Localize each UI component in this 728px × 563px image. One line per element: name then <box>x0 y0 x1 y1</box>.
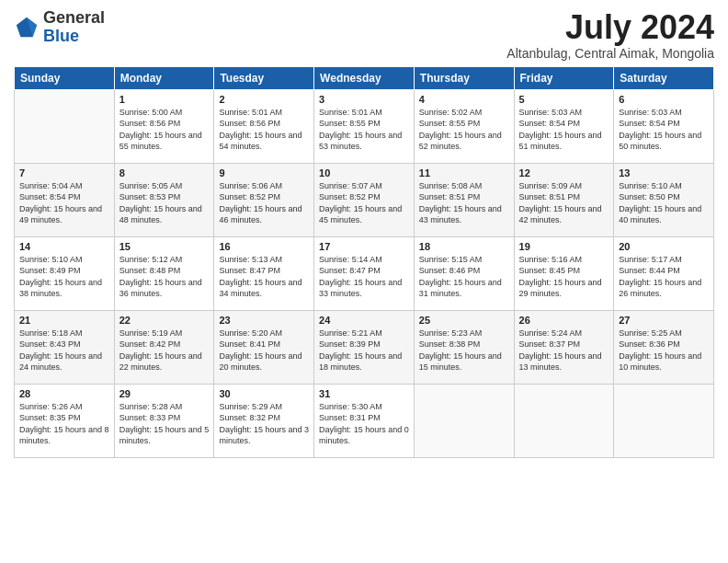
calendar-cell: 19 Sunrise: 5:16 AMSunset: 8:45 PMDaylig… <box>514 236 614 310</box>
day-number: 6 <box>619 94 709 105</box>
day-info: Sunrise: 5:24 AMSunset: 8:37 PMDaylight:… <box>519 327 609 373</box>
calendar-cell: 18 Sunrise: 5:15 AMSunset: 8:46 PMDaylig… <box>414 236 514 310</box>
day-number: 17 <box>319 241 409 252</box>
day-number: 9 <box>219 167 309 178</box>
day-number: 23 <box>219 315 309 326</box>
day-info: Sunrise: 5:16 AMSunset: 8:45 PMDaylight:… <box>519 254 609 300</box>
calendar-cell: 29 Sunrise: 5:28 AMSunset: 8:33 PMDaylig… <box>114 384 214 457</box>
month-year-title: July 2024 <box>506 9 714 46</box>
calendar-cell <box>414 384 514 457</box>
calendar-cell: 15 Sunrise: 5:12 AMSunset: 8:48 PMDaylig… <box>114 236 214 310</box>
logo-icon <box>14 15 40 40</box>
day-info: Sunrise: 5:03 AMSunset: 8:54 PMDaylight:… <box>519 107 609 153</box>
day-number: 8 <box>119 167 210 178</box>
day-info: Sunrise: 5:05 AMSunset: 8:53 PMDaylight:… <box>119 180 210 226</box>
calendar-row-2: 14 Sunrise: 5:10 AMSunset: 8:49 PMDaylig… <box>15 236 714 310</box>
day-number: 30 <box>219 388 309 399</box>
day-info: Sunrise: 5:18 AMSunset: 8:43 PMDaylight:… <box>19 327 109 373</box>
day-number: 10 <box>319 167 409 178</box>
calendar-cell <box>614 384 714 457</box>
day-number: 24 <box>319 315 409 326</box>
calendar-row-3: 21 Sunrise: 5:18 AMSunset: 8:43 PMDaylig… <box>15 310 714 384</box>
calendar-cell: 8 Sunrise: 5:05 AMSunset: 8:53 PMDayligh… <box>114 163 214 236</box>
calendar-cell: 24 Sunrise: 5:21 AMSunset: 8:39 PMDaylig… <box>314 310 415 384</box>
col-monday: Monday <box>114 66 214 89</box>
col-tuesday: Tuesday <box>214 66 314 89</box>
day-number: 21 <box>19 315 109 326</box>
calendar-cell: 26 Sunrise: 5:24 AMSunset: 8:37 PMDaylig… <box>514 310 614 384</box>
calendar-cell: 17 Sunrise: 5:14 AMSunset: 8:47 PMDaylig… <box>314 236 415 310</box>
day-info: Sunrise: 5:06 AMSunset: 8:52 PMDaylight:… <box>219 180 309 226</box>
calendar-cell: 23 Sunrise: 5:20 AMSunset: 8:41 PMDaylig… <box>214 310 314 384</box>
day-info: Sunrise: 5:21 AMSunset: 8:39 PMDaylight:… <box>319 327 409 373</box>
calendar-cell: 10 Sunrise: 5:07 AMSunset: 8:52 PMDaylig… <box>314 163 415 236</box>
calendar-cell <box>15 89 115 163</box>
header-row: Sunday Monday Tuesday Wednesday Thursday… <box>15 66 714 89</box>
day-info: Sunrise: 5:03 AMSunset: 8:54 PMDaylight:… <box>619 107 709 153</box>
day-info: Sunrise: 5:04 AMSunset: 8:54 PMDaylight:… <box>19 180 109 226</box>
calendar-cell: 11 Sunrise: 5:08 AMSunset: 8:51 PMDaylig… <box>414 163 514 236</box>
day-info: Sunrise: 5:01 AMSunset: 8:56 PMDaylight:… <box>219 107 309 153</box>
calendar-row-1: 7 Sunrise: 5:04 AMSunset: 8:54 PMDayligh… <box>15 163 714 236</box>
day-number: 18 <box>419 241 509 252</box>
day-number: 12 <box>519 167 609 178</box>
day-info: Sunrise: 5:10 AMSunset: 8:49 PMDaylight:… <box>19 254 109 300</box>
day-info: Sunrise: 5:17 AMSunset: 8:44 PMDaylight:… <box>619 254 709 300</box>
calendar-cell: 4 Sunrise: 5:02 AMSunset: 8:55 PMDayligh… <box>414 89 514 163</box>
calendar-cell: 28 Sunrise: 5:26 AMSunset: 8:35 PMDaylig… <box>15 384 115 457</box>
day-number: 5 <box>519 94 609 105</box>
calendar-cell: 16 Sunrise: 5:13 AMSunset: 8:47 PMDaylig… <box>214 236 314 310</box>
day-number: 11 <box>419 167 509 178</box>
day-info: Sunrise: 5:23 AMSunset: 8:38 PMDaylight:… <box>419 327 509 373</box>
col-thursday: Thursday <box>414 66 514 89</box>
day-number: 26 <box>519 315 609 326</box>
day-number: 27 <box>619 315 709 326</box>
calendar-cell: 6 Sunrise: 5:03 AMSunset: 8:54 PMDayligh… <box>614 89 714 163</box>
logo-blue-text: Blue <box>43 27 79 45</box>
day-number: 28 <box>19 388 109 399</box>
day-info: Sunrise: 5:02 AMSunset: 8:55 PMDaylight:… <box>419 107 509 153</box>
calendar-cell: 2 Sunrise: 5:01 AMSunset: 8:56 PMDayligh… <box>214 89 314 163</box>
calendar-cell: 30 Sunrise: 5:29 AMSunset: 8:32 PMDaylig… <box>214 384 314 457</box>
col-wednesday: Wednesday <box>314 66 415 89</box>
calendar-cell: 13 Sunrise: 5:10 AMSunset: 8:50 PMDaylig… <box>614 163 714 236</box>
day-info: Sunrise: 5:12 AMSunset: 8:48 PMDaylight:… <box>119 254 210 300</box>
day-info: Sunrise: 5:26 AMSunset: 8:35 PMDaylight:… <box>19 401 109 447</box>
logo: General Blue <box>14 9 105 46</box>
calendar-row-0: 1 Sunrise: 5:00 AMSunset: 8:56 PMDayligh… <box>15 89 714 163</box>
calendar-cell: 1 Sunrise: 5:00 AMSunset: 8:56 PMDayligh… <box>114 89 214 163</box>
calendar-cell: 31 Sunrise: 5:30 AMSunset: 8:31 PMDaylig… <box>314 384 415 457</box>
day-info: Sunrise: 5:28 AMSunset: 8:33 PMDaylight:… <box>119 401 210 447</box>
day-number: 14 <box>19 241 109 252</box>
calendar-cell: 20 Sunrise: 5:17 AMSunset: 8:44 PMDaylig… <box>614 236 714 310</box>
calendar-cell: 5 Sunrise: 5:03 AMSunset: 8:54 PMDayligh… <box>514 89 614 163</box>
day-number: 16 <box>219 241 309 252</box>
day-number: 13 <box>619 167 709 178</box>
day-info: Sunrise: 5:30 AMSunset: 8:31 PMDaylight:… <box>319 401 409 447</box>
location-subtitle: Altanbulag, Central Aimak, Mongolia <box>506 46 714 61</box>
calendar-cell: 14 Sunrise: 5:10 AMSunset: 8:49 PMDaylig… <box>15 236 115 310</box>
day-number: 29 <box>119 388 210 399</box>
day-number: 15 <box>119 241 210 252</box>
calendar-cell: 27 Sunrise: 5:25 AMSunset: 8:36 PMDaylig… <box>614 310 714 384</box>
calendar-cell <box>514 384 614 457</box>
day-info: Sunrise: 5:09 AMSunset: 8:51 PMDaylight:… <box>519 180 609 226</box>
day-info: Sunrise: 5:08 AMSunset: 8:51 PMDaylight:… <box>419 180 509 226</box>
col-friday: Friday <box>514 66 614 89</box>
day-info: Sunrise: 5:01 AMSunset: 8:55 PMDaylight:… <box>319 107 409 153</box>
day-info: Sunrise: 5:13 AMSunset: 8:47 PMDaylight:… <box>219 254 309 300</box>
calendar-cell: 21 Sunrise: 5:18 AMSunset: 8:43 PMDaylig… <box>15 310 115 384</box>
logo-general-text: General <box>43 8 105 27</box>
calendar-cell: 22 Sunrise: 5:19 AMSunset: 8:42 PMDaylig… <box>114 310 214 384</box>
title-block: July 2024 Altanbulag, Central Aimak, Mon… <box>506 9 714 61</box>
calendar-cell: 12 Sunrise: 5:09 AMSunset: 8:51 PMDaylig… <box>514 163 614 236</box>
day-info: Sunrise: 5:07 AMSunset: 8:52 PMDaylight:… <box>319 180 409 226</box>
day-info: Sunrise: 5:19 AMSunset: 8:42 PMDaylight:… <box>119 327 210 373</box>
day-number: 1 <box>119 94 210 105</box>
calendar-cell: 7 Sunrise: 5:04 AMSunset: 8:54 PMDayligh… <box>15 163 115 236</box>
day-number: 4 <box>419 94 509 105</box>
day-info: Sunrise: 5:25 AMSunset: 8:36 PMDaylight:… <box>619 327 709 373</box>
calendar-table: Sunday Monday Tuesday Wednesday Thursday… <box>14 66 714 458</box>
day-info: Sunrise: 5:20 AMSunset: 8:41 PMDaylight:… <box>219 327 309 373</box>
calendar-cell: 25 Sunrise: 5:23 AMSunset: 8:38 PMDaylig… <box>414 310 514 384</box>
